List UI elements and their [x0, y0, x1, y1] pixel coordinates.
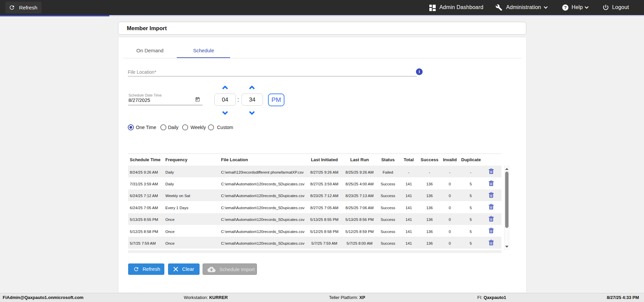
svg-text:?: ? — [564, 5, 567, 10]
